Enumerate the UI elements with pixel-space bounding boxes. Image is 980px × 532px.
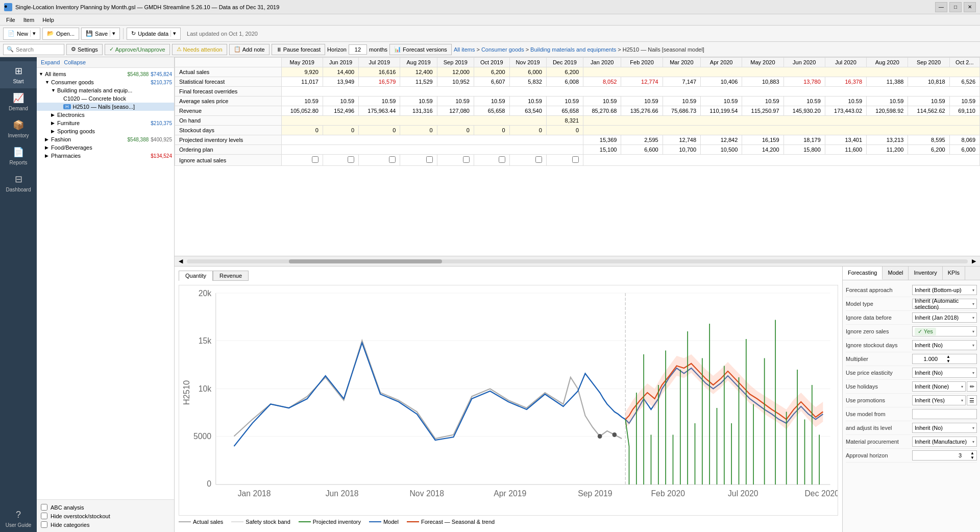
new-dropdown-icon[interactable]: ▾	[30, 30, 36, 37]
tree-arrow-sporting-goods[interactable]: ▶	[51, 129, 57, 134]
right-tab-model[interactable]: Model	[883, 267, 909, 280]
tree-item-electronics[interactable]: ▶ Electronics	[37, 111, 174, 119]
tree-arrow-furniture[interactable]: ▶	[51, 120, 57, 126]
checkbox-ignore-jun19[interactable]	[348, 156, 354, 163]
multiplier-input[interactable]	[915, 356, 945, 362]
table-scroll-wrapper[interactable]: May 2019 Jun 2019 Jul 2019 Aug 2019 Sep …	[175, 57, 980, 256]
scroll-track[interactable]	[187, 259, 968, 263]
menu-item[interactable]: Item	[19, 16, 38, 24]
sidebar-item-inventory[interactable]: 📦 Inventory	[0, 115, 37, 142]
hide-categories-checkbox[interactable]: Hide categories	[41, 520, 170, 529]
breadcrumb-all-items[interactable]: All items	[454, 46, 475, 53]
tree-item-fashion[interactable]: ▶ Fashion $548,388 $400,925	[37, 135, 174, 143]
cell-ignore-sep19[interactable]	[437, 155, 474, 166]
tree-arrow-electronics[interactable]: ▶	[51, 112, 57, 117]
checkbox-ignore-oct19[interactable]	[499, 156, 505, 163]
sidebar-item-user-guide[interactable]: ? User Guide	[0, 505, 37, 532]
scroll-thumb[interactable]	[289, 259, 442, 263]
needs-attention-button[interactable]: ⚠ Needs attention	[172, 44, 227, 55]
value-adjust-level[interactable]: Inherit (No) ▾	[912, 423, 977, 433]
approval-horizon-up[interactable]: ▲	[970, 451, 974, 455]
tree-item-h2510[interactable]: ▶ H H2510 — Nails [seaso...]	[37, 103, 174, 111]
minimize-button[interactable]: —	[935, 2, 947, 12]
tree-item-food-beverages[interactable]: ▶ Food/Beverages	[37, 143, 174, 152]
checkbox-ignore-jul19[interactable]	[389, 156, 396, 163]
checkbox-ignore-may19[interactable]	[312, 156, 318, 163]
cell-ignore-may19[interactable]	[281, 155, 323, 166]
tree-arrow-pharmacies[interactable]: ▶	[45, 153, 51, 158]
pause-forecast-button[interactable]: ⏸ Pause forecast	[272, 44, 325, 55]
save-dropdown-icon[interactable]: ▾	[110, 30, 115, 37]
multiplier-down[interactable]: ▼	[946, 359, 950, 364]
search-box[interactable]: 🔍	[3, 44, 64, 55]
cell-ignore-oct19[interactable]	[474, 155, 509, 166]
right-tab-inventory[interactable]: Inventory	[909, 267, 942, 280]
value-use-promotions[interactable]: Inherit (Yes) ▾	[912, 395, 966, 405]
abc-analysis-checkbox[interactable]: ABC analysis	[41, 503, 170, 512]
chart-tab-quantity[interactable]: Quantity	[179, 271, 213, 281]
cell-ignore-nov19[interactable]	[509, 155, 546, 166]
tree-arrow-all-items[interactable]: ▼	[39, 71, 45, 77]
breadcrumb-building-materials[interactable]: Building materials and equipments	[530, 46, 616, 53]
sidebar-item-demand[interactable]: 📈 Demand	[0, 88, 37, 115]
cell-ignore-jul19[interactable]	[359, 155, 400, 166]
right-tab-forecasting[interactable]: Forecasting	[843, 267, 883, 280]
cell-ignore-aug19[interactable]	[400, 155, 437, 166]
collapse-link[interactable]: Collapse	[64, 59, 86, 65]
menu-help[interactable]: Help	[38, 16, 58, 24]
value-approval-horizon[interactable]: ▲ ▼	[912, 450, 977, 461]
tree-item-building-materials[interactable]: ▼ Building materials and equip...	[37, 86, 174, 94]
approval-horizon-input[interactable]	[915, 452, 969, 458]
cell-ignore-dec19[interactable]	[546, 155, 583, 166]
holidays-edit-button[interactable]: ✏	[967, 381, 977, 392]
value-ignore-stockout[interactable]: Inherit (No) ▾	[912, 340, 977, 350]
window-controls[interactable]: — □ ✕	[935, 2, 976, 12]
tree-item-pharmacies[interactable]: ▶ Pharmacies $134,524	[37, 152, 174, 160]
open-button[interactable]: 📂 Open...	[42, 28, 79, 40]
abc-analysis-input[interactable]	[41, 504, 47, 511]
new-button[interactable]: 📄 New ▾	[3, 28, 40, 40]
value-ignore-data-before[interactable]: Inherit (Jan 2018) ▾	[912, 312, 977, 323]
tree-arrow-building-materials[interactable]: ▼	[51, 88, 57, 93]
hide-overstock-checkbox[interactable]: Hide overstock/stockout	[41, 512, 170, 520]
value-multiplier[interactable]: ▲ ▼	[912, 354, 977, 364]
value-material-procurement[interactable]: Inherit (Manufacture) ▾	[912, 437, 977, 447]
horizontal-scrollbar[interactable]: ◀ ▶	[175, 256, 980, 267]
approval-horizon-down[interactable]: ▼	[970, 455, 974, 460]
value-forecast-approach[interactable]: Inherit (Bottom-up) ▾	[912, 285, 977, 295]
breadcrumb-consumer-goods[interactable]: Consumer goods	[481, 46, 524, 53]
menu-file[interactable]: File	[2, 16, 19, 24]
approve-button[interactable]: ✓ Approve/Unapprove	[105, 44, 170, 55]
scroll-right-arrow[interactable]: ▶	[970, 258, 978, 264]
cell-ignore-jun19[interactable]	[323, 155, 358, 166]
value-ignore-zero-sales[interactable]: ✓ Yes ▾	[912, 326, 977, 336]
tree-item-c1020[interactable]: ▶ C1020 — Concrete block	[37, 94, 174, 103]
checkbox-ignore-dec19[interactable]	[572, 156, 579, 163]
maximize-button[interactable]: □	[949, 2, 962, 12]
promotions-edit-button[interactable]: ☰	[967, 395, 977, 405]
value-use-holidays[interactable]: Inherit (None) ▾	[912, 381, 966, 392]
tree-item-furniture[interactable]: ▶ Furniture $210,375	[37, 119, 174, 127]
hide-overstock-input[interactable]	[41, 513, 47, 519]
sidebar-item-start[interactable]: ⊞ Start	[0, 61, 37, 88]
value-use-model-from[interactable]	[912, 409, 977, 419]
chart-tab-revenue[interactable]: Revenue	[213, 271, 249, 281]
multiplier-up[interactable]: ▲	[946, 354, 950, 359]
hide-categories-input[interactable]	[41, 521, 47, 528]
settings-button[interactable]: ⚙ Settings	[66, 44, 103, 55]
tree-arrow-consumer-goods[interactable]: ▼	[45, 80, 51, 85]
tree-item-all-items[interactable]: ▼ All items $548,388 $745,824	[37, 70, 174, 78]
update-dropdown-icon[interactable]: ▾	[170, 30, 176, 37]
horizon-input[interactable]	[349, 44, 367, 55]
save-button[interactable]: 💾 Save ▾	[81, 28, 120, 40]
tree-arrow-food-beverages[interactable]: ▶	[45, 145, 51, 150]
checkbox-ignore-sep19[interactable]	[463, 156, 470, 163]
value-price-elasticity[interactable]: Inherit (No) ▾	[912, 368, 977, 378]
tree-item-consumer-goods[interactable]: ▼ Consumer goods $210,375	[37, 78, 174, 86]
sidebar-item-reports[interactable]: 📄 Reports	[0, 142, 37, 170]
right-tab-kpis[interactable]: KPIs	[943, 267, 965, 280]
sidebar-item-dashboard[interactable]: ⊟ Dashboard	[0, 170, 37, 197]
add-note-button[interactable]: 📋 Add note	[229, 44, 270, 55]
checkbox-ignore-nov19[interactable]	[535, 156, 542, 163]
checkbox-ignore-aug19[interactable]	[426, 156, 433, 163]
